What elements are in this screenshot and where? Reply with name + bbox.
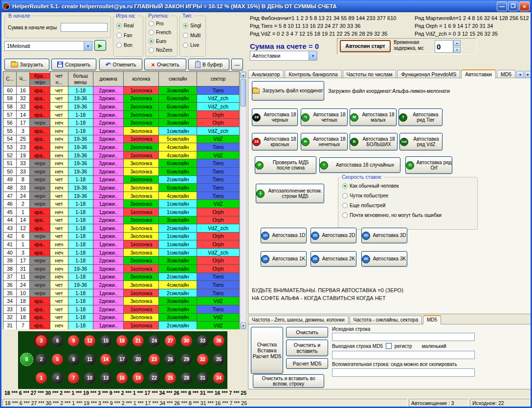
board-number[interactable]: 15	[100, 335, 112, 347]
table-row[interactable]: 5219кра..неч19-362дюжи..1колонка4сиклайн…	[3, 151, 240, 160]
board-number[interactable]: 16	[116, 372, 128, 384]
minimize-button-icon[interactable]: —	[497, 1, 507, 11]
profile-combobox[interactable]: 1Melonati ▼	[4, 41, 92, 51]
bet-18-even-button[interactable]: ЧАвтоставка 18 четных	[301, 108, 348, 126]
scroll-up-icon[interactable]: ▲	[241, 72, 246, 78]
board-number[interactable]: 7	[67, 372, 80, 384]
register-checkbox[interactable]	[386, 343, 392, 349]
board-zero[interactable]: 0	[20, 353, 33, 366]
board-number[interactable]: 17	[116, 353, 128, 365]
table-row[interactable]: 4833черннеч19-363дюжи..3колонка6сиклайнT…	[3, 184, 240, 192]
tab-autobets[interactable]: Автоставки	[461, 69, 496, 79]
load-button[interactable]: Загрузить	[4, 59, 49, 70]
bet-row-orf-button[interactable]: ОАвтоставка ряд Orf	[405, 156, 452, 174]
table-row[interactable]: 553кра..неч1-181дюжи..3колонка1сиклайнVd…	[3, 127, 240, 135]
autospin-start-button[interactable]: Автоспин старт	[340, 40, 391, 52]
board-number[interactable]: 30	[180, 335, 193, 347]
tab-psevdoms[interactable]: Функционал PsevdoMS	[397, 70, 460, 78]
autofill-md5-button[interactable]: ⇩Автозаполнение вспом. строки МД5	[256, 184, 324, 203]
table-row[interactable]: 5323кра..неч19-362дюжи..2колонка4сиклайн…	[3, 143, 240, 151]
bet-3k-button[interactable]: 3KАвтоставка 3K	[361, 251, 407, 267]
spinner-down-icon[interactable]: ▼	[453, 47, 461, 53]
close-button-icon[interactable]: ×	[519, 1, 530, 11]
md5-clear-paste-helper-button[interactable]: Очистить и вставить во вспом. строку	[253, 374, 324, 388]
table-row[interactable]: 4312кра..чет1-181дюжи..3колонка2сиклайнV…	[3, 224, 240, 233]
bet-18-odd-button[interactable]: НАвтоставка 18 нечетных	[301, 133, 348, 150]
play-button[interactable]: ▶	[94, 40, 106, 51]
radio-speed-instant[interactable]: Почти мгновенно, но могут быть ошибки	[342, 213, 442, 218]
md5-side-button[interactable]: Очистка Вставка Расчет MD5	[251, 327, 283, 374]
board-number[interactable]: 35	[213, 353, 225, 365]
board-number[interactable]: 2	[35, 353, 47, 365]
spinner-up-icon[interactable]: ▲	[453, 40, 461, 46]
table-row[interactable]: 5832кра..чет19-363дюжи..2колонка6сиклайн…	[3, 103, 240, 111]
radio-game-fan[interactable]: Fan	[116, 33, 132, 38]
board-number[interactable]: 26	[164, 353, 177, 365]
table-row[interactable]: 3418кра..чет1-182дюжи..3колонка3сиклайнV…	[3, 297, 240, 305]
table-row[interactable]: 3316кра..чет1-182дюжи..1колонка3сиклайнT…	[3, 305, 240, 314]
table-row[interactable]: 3917черннеч1-182дюжи..2колонка3сиклайнOr…	[3, 257, 240, 265]
table-row[interactable]: 451кра..неч1-181дюжи..1колонка1сиклайнOr…	[3, 208, 240, 216]
board-number[interactable]: 4	[51, 372, 64, 384]
tab-md5[interactable]: MD5	[497, 70, 515, 78]
radio-speed-even-faster[interactable]: Еще побыстрей	[342, 203, 385, 208]
table-row[interactable]: 426чернчет1-181дюжи..3колонка1сиклайнOrp…	[3, 233, 240, 241]
board-number[interactable]: 3	[35, 335, 47, 347]
radio-game-bon[interactable]: Bon	[116, 43, 133, 48]
radio-speed-normal[interactable]: Как обычный человек	[342, 183, 399, 189]
save-button[interactable]: Сохранить	[51, 59, 96, 70]
table-row[interactable]: 317кра..неч1-181дюжи..1колонка2сиклайнVd…	[3, 322, 240, 329]
table-row[interactable]: 403кра..неч1-181дюжи..3колонка1сиклайнVd…	[3, 249, 240, 257]
board-number[interactable]: 29	[180, 353, 193, 365]
board-number[interactable]: 13	[100, 372, 112, 384]
table-row[interactable]: 4724чернчет19-362дюжи..3колонка4сиклайнT…	[3, 192, 240, 200]
board-number[interactable]: 18	[116, 335, 128, 347]
load-coordinates-button[interactable]: Загрузить файл координат	[252, 81, 324, 101]
board-number[interactable]: 27	[164, 335, 177, 347]
bet-18-big-button[interactable]: БАвтоставка 18 БОЛЬШИХ	[350, 133, 398, 150]
check-md5-after-spin-button[interactable]: ⟳Проверить МД5 после спина	[255, 156, 316, 174]
board-number[interactable]: 32	[197, 353, 209, 365]
chevron-down-icon[interactable]: ▼	[84, 42, 92, 50]
bet-1k-button[interactable]: 1KАвтоставка 1K	[261, 251, 307, 267]
table-row[interactable]: 462чернчет1-181дюжи..2колонка1сиклайнVdZ	[3, 200, 240, 208]
table-row[interactable]: 4414кра..чет1-182дюжи..2колонка3сиклайнO…	[3, 216, 240, 225]
board-number[interactable]: 14	[100, 353, 112, 365]
table-row[interactable]: 5932кра..чет19-363дюжи..2колонка6сиклайн…	[3, 95, 240, 103]
md5-output-input[interactable]	[332, 351, 475, 359]
board-number[interactable]: 24	[148, 335, 160, 347]
board-number[interactable]: 21	[132, 335, 144, 347]
table-row[interactable]: 498чернчет1-181дюжи..2колонка2сиклайнTie…	[3, 176, 240, 184]
radio-game-real[interactable]: Real	[116, 23, 134, 28]
table-row[interactable]: 3510чернчет1-181дюжи..1колонка2сиклайнTi…	[3, 289, 240, 298]
board-number[interactable]: 9	[67, 335, 80, 347]
radio-roulette-pro[interactable]: Pro	[149, 21, 164, 26]
radio-speed-faster[interactable]: Чуток побыстрее	[342, 193, 388, 198]
bet-18-black-button[interactable]: 18Автоставка 18 черных	[252, 108, 298, 126]
table-row[interactable]: 5033черннеч19-363дюжи..3колонка6сиклайнT…	[3, 168, 240, 176]
board-number[interactable]: 10	[84, 372, 96, 384]
md5-clear-button[interactable]: Очистить	[286, 327, 328, 338]
table-row[interactable]: 6016кра..чет1-182дюжи..1колонка3сиклайнT…	[3, 86, 240, 95]
chevron-down-icon[interactable]: ▼	[309, 51, 317, 60]
board-number[interactable]: 12	[84, 335, 96, 347]
md5-calc-button[interactable]: Расчет MD5	[286, 358, 328, 369]
board-number[interactable]: 1	[35, 372, 47, 384]
radio-type-live[interactable]: Live	[183, 43, 199, 48]
md5-helper-input[interactable]	[332, 368, 475, 377]
undo-button[interactable]: ↶Отменить	[99, 59, 142, 70]
board-number[interactable]: 22	[148, 372, 160, 384]
md5-clear-paste-button[interactable]: Очистить и вставить	[286, 340, 328, 356]
radio-type-multi[interactable]: Multi	[183, 33, 200, 38]
table-row[interactable]: 5617черннеч1-182дюжи..2колонка3сиклайнOr…	[3, 119, 240, 127]
bet-3d-button[interactable]: 3DАвтоставка 3D	[361, 228, 407, 243]
board-number[interactable]: 11	[84, 353, 96, 365]
tabs-scroll-right-icon[interactable]: ►	[525, 71, 532, 78]
table-row[interactable]: 411кра..неч1-181дюжи..1колонка1сиклайнOr…	[3, 240, 240, 249]
table-row[interactable]: 5133черннеч19-363дюжи..3колонка6сиклайнT…	[3, 159, 240, 168]
tabs-scroll-left-icon[interactable]: ◄	[516, 71, 523, 78]
collapse-button[interactable]: —	[231, 59, 243, 70]
bet-row-vdz-button[interactable]: VdZАвтоставка ряд VdZ	[399, 133, 443, 150]
board-number[interactable]: 25	[164, 372, 177, 384]
table-row[interactable]: 5425кра..неч19-363дюжи..1колонка5сиклайн…	[3, 135, 240, 144]
